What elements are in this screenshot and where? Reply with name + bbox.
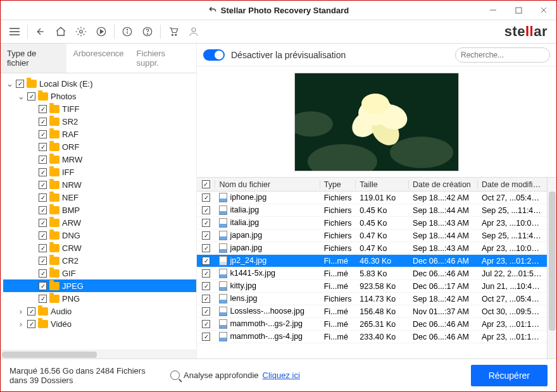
tree-item-crw[interactable]: ✓CRW (3, 242, 196, 254)
tree-item-gif[interactable]: ✓GIF (3, 267, 196, 279)
tree-item-png[interactable]: ✓PNG (3, 292, 196, 305)
tree-checkbox[interactable]: ✓ (39, 269, 47, 278)
chevron-icon[interactable] (28, 205, 36, 215)
row-checkbox[interactable]: ✓ (202, 295, 210, 303)
tree-checkbox[interactable]: ✓ (39, 143, 47, 151)
maximize-button[interactable] (506, 1, 531, 20)
tree-item-raf[interactable]: ✓RAF (3, 128, 196, 140)
col-header-size[interactable]: Taille (356, 180, 409, 189)
tree-checkbox[interactable]: ✓ (39, 168, 47, 176)
tree-item-dng[interactable]: ✓DNG (3, 229, 196, 242)
recover-button[interactable]: Récupérer (471, 365, 548, 386)
tree-item-audio[interactable]: ›✓Audio (3, 305, 196, 317)
col-header-name[interactable]: Nom du fichier (215, 180, 320, 189)
tree-checkbox[interactable]: ✓ (39, 282, 47, 290)
tree-item-iff[interactable]: ✓IFF (3, 166, 196, 178)
chevron-icon[interactable] (28, 155, 36, 164)
tree-checkbox[interactable]: ✓ (39, 231, 47, 240)
table-row[interactable]: ✓italia.jpgFichiers0.45 KoSep 18...:43 A… (197, 217, 547, 230)
tree-checkbox[interactable]: ✓ (39, 105, 47, 113)
chevron-icon[interactable] (28, 104, 36, 114)
row-checkbox[interactable]: ✓ (202, 320, 210, 328)
tree-item-nef[interactable]: ✓NEF (3, 191, 196, 204)
chevron-icon[interactable] (28, 142, 36, 152)
row-checkbox[interactable]: ✓ (202, 244, 210, 252)
table-row[interactable]: ✓iphone.jpgFichiers119.01 KoSep 18...:42… (197, 192, 547, 204)
tree-checkbox[interactable]: ✓ (39, 193, 47, 202)
tree-item-nrw[interactable]: ✓NRW (3, 178, 196, 191)
info-button[interactable] (118, 23, 136, 40)
file-tree[interactable]: ⌄✓Local Disk (E:)⌄✓Photos ✓TIFF ✓SR2 ✓RA… (1, 73, 196, 350)
grid-vscrollbar[interactable] (547, 178, 556, 358)
row-checkbox[interactable]: ✓ (202, 257, 210, 265)
back-button[interactable] (32, 23, 49, 40)
chevron-icon[interactable] (28, 231, 36, 240)
tree-item-local-disk-e-[interactable]: ⌄✓Local Disk (E:) (3, 77, 196, 90)
tree-item-vid-o[interactable]: ›✓Vidéo (3, 317, 196, 330)
tree-item-bmp[interactable]: ✓BMP (3, 204, 196, 216)
tree-item-arw[interactable]: ✓ARW (3, 216, 196, 229)
preview-toggle[interactable] (203, 49, 225, 61)
chevron-icon[interactable]: ⌄ (6, 79, 13, 89)
tree-checkbox[interactable]: ✓ (39, 244, 47, 252)
close-button[interactable] (531, 1, 556, 20)
row-checkbox[interactable]: ✓ (202, 269, 210, 278)
chevron-icon[interactable] (28, 218, 36, 228)
home-button[interactable] (52, 23, 70, 40)
tree-checkbox[interactable]: ✓ (39, 295, 47, 303)
chevron-icon[interactable] (28, 269, 36, 278)
chevron-icon[interactable]: › (17, 319, 25, 329)
select-all-checkbox[interactable]: ✓ (202, 180, 210, 188)
table-row[interactable]: ✓mammoth-...gs-4.jpgFi...mé233.40 KoDec … (197, 331, 547, 343)
row-checkbox[interactable]: ✓ (202, 219, 210, 227)
tree-checkbox[interactable]: ✓ (16, 80, 24, 88)
cart-button[interactable] (165, 23, 182, 40)
tree-checkbox[interactable]: ✓ (39, 118, 47, 126)
chevron-icon[interactable]: ⌄ (17, 92, 25, 101)
help-button[interactable] (139, 23, 156, 40)
chevron-icon[interactable] (28, 130, 36, 139)
table-row[interactable]: ✓italia.jpgFichiers0.45 KoSep 18...:44 A… (197, 204, 547, 217)
menu-button[interactable] (6, 23, 23, 40)
table-row[interactable]: ✓mammoth-...gs-2.jpgFi...mé265.31 KoDec … (197, 318, 547, 331)
table-row[interactable]: ✓japan.jpgFichiers0.47 KoSep 18...:43 AM… (197, 242, 547, 255)
tree-checkbox[interactable]: ✓ (39, 156, 47, 164)
chevron-icon[interactable] (28, 281, 36, 291)
row-checkbox[interactable]: ✓ (202, 231, 210, 240)
tree-checkbox[interactable]: ✓ (39, 219, 47, 227)
tree-checkbox[interactable]: ✓ (27, 92, 35, 101)
table-row[interactable]: ✓Lossless-...hoose.jpgFi...mé156.48 KoNo… (197, 305, 547, 318)
tree-checkbox[interactable]: ✓ (39, 130, 47, 138)
tree-checkbox[interactable]: ✓ (39, 257, 47, 265)
col-header-type[interactable]: Type (320, 180, 356, 189)
tree-item-mrw[interactable]: ✓MRW (3, 153, 196, 166)
minimize-button[interactable] (480, 1, 506, 20)
tree-hscrollbar[interactable] (1, 350, 196, 358)
row-checkbox[interactable]: ✓ (202, 193, 210, 202)
tree-item-tiff[interactable]: ✓TIFF (3, 102, 196, 115)
user-button[interactable] (185, 23, 203, 40)
chevron-icon[interactable] (28, 243, 36, 253)
chevron-icon[interactable] (28, 180, 36, 190)
row-checkbox[interactable]: ✓ (202, 307, 210, 315)
tab-tree[interactable]: Arborescence (66, 44, 130, 73)
settings-button[interactable] (72, 23, 90, 40)
tree-item-jpeg[interactable]: ✓JPEG (3, 279, 196, 292)
row-checkbox[interactable]: ✓ (202, 333, 210, 341)
row-checkbox[interactable]: ✓ (202, 282, 210, 290)
tree-item-cr2[interactable]: ✓CR2 (3, 254, 196, 267)
col-header-created[interactable]: Date de création (409, 180, 478, 189)
chevron-icon[interactable] (28, 168, 36, 177)
tree-checkbox[interactable]: ✓ (39, 206, 47, 214)
table-row[interactable]: ✓lens.jpgFichiers114.73 KoSep 18...:42 A… (197, 293, 547, 305)
tab-deleted[interactable]: Fichiers suppr. (130, 44, 196, 73)
table-row[interactable]: ✓japan.jpgFichiers0.47 KoSep 18...:44 AM… (197, 230, 547, 242)
tree-item-orf[interactable]: ✓ORF (3, 140, 196, 153)
tree-checkbox[interactable]: ✓ (39, 181, 47, 189)
tree-item-photos[interactable]: ⌄✓Photos (3, 90, 196, 102)
file-grid[interactable]: ✓ Nom du fichier Type Taille Date de cré… (197, 178, 547, 358)
chevron-icon[interactable] (28, 256, 36, 266)
tab-filetype[interactable]: Type de fichier (1, 44, 66, 73)
chevron-icon[interactable] (28, 193, 36, 202)
col-header-modified[interactable]: Date de modification (478, 180, 547, 189)
